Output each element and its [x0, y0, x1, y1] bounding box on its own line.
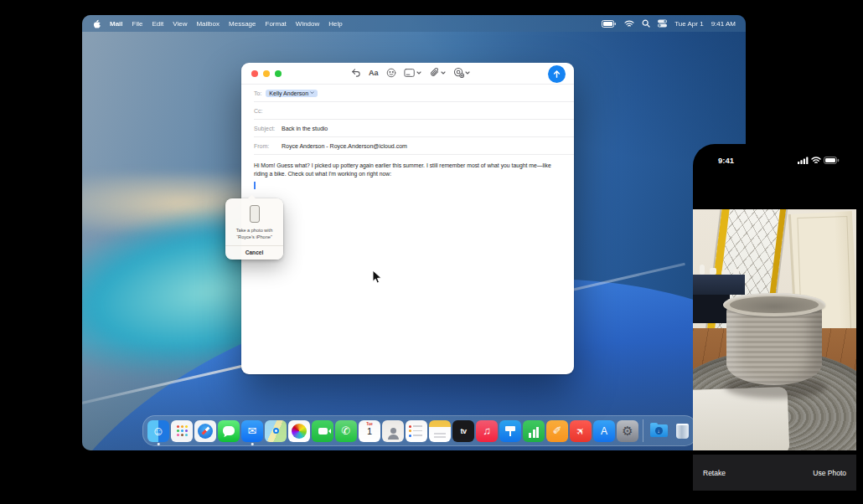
menu-bar: Mail File Edit View Mailbox Message Form… [82, 15, 746, 32]
wifi-icon [811, 152, 821, 167]
ceramic-piece [700, 265, 705, 275]
mouse-pointer [372, 270, 383, 288]
tv-logo: tv [460, 427, 466, 435]
pen-icon: ✐ [553, 425, 562, 436]
apple-menu-icon[interactable] [92, 19, 101, 28]
music-note-icon: ♫ [483, 425, 491, 436]
dock-apple-tv[interactable]: tv [452, 420, 474, 442]
dock-photos[interactable] [288, 420, 310, 442]
menu-format[interactable]: Format [266, 20, 287, 28]
dock-finder[interactable]: ☺ [147, 420, 169, 442]
mantel-shelf [693, 275, 745, 295]
dock-music[interactable]: ♫ [476, 420, 498, 442]
cellular-signal-icon [798, 152, 809, 167]
dock-trash[interactable] [671, 420, 693, 442]
battery-icon[interactable] [602, 20, 617, 28]
dock-reminders[interactable] [406, 420, 427, 442]
text-caret [254, 182, 256, 189]
menu-window[interactable]: Window [296, 20, 319, 28]
undo-button[interactable] [350, 67, 361, 78]
fireplace-opening [693, 295, 730, 323]
message-body[interactable]: Hi Mom! Guess what? I picked up pottery … [254, 162, 561, 178]
to-label: To: [254, 90, 261, 96]
launchpad-grid-icon [177, 425, 179, 428]
arrow-up-icon [552, 69, 561, 79]
dock-divider [643, 419, 643, 442]
wifi-icon[interactable] [624, 20, 634, 28]
dock-rocket-app[interactable]: ✈ [570, 420, 592, 442]
ceramic-piece [733, 269, 739, 275]
recipient-token[interactable]: Kelly Anderson [266, 90, 318, 97]
menu-date[interactable]: Tue Apr 1 [674, 20, 703, 28]
folder-icon: ↓ [650, 424, 668, 437]
dock-downloads-folder[interactable]: ↓ [648, 420, 669, 442]
dock-numbers[interactable] [523, 420, 545, 442]
dock-facetime[interactable] [312, 420, 333, 442]
dock-mail[interactable]: ✉ [241, 420, 263, 442]
send-button[interactable] [548, 65, 566, 83]
format-button[interactable]: Aa [369, 69, 379, 77]
subject-value: Back in the studio [282, 126, 328, 131]
iphone-status-bar: 9:41 [693, 152, 856, 167]
chevron-down-icon [416, 70, 421, 75]
camera-preview-pottery-studio [693, 209, 856, 450]
cc-field[interactable]: Cc: [254, 102, 574, 120]
dock-messages[interactable] [218, 420, 240, 442]
dock-system-settings[interactable]: ⚙ [617, 420, 638, 442]
mail-compose-window: Aa [241, 63, 574, 374]
menu-time[interactable]: 9:41 AM [711, 20, 736, 28]
speech-bubble-icon [223, 426, 235, 435]
spotlight-search-icon[interactable] [642, 19, 650, 28]
from-field[interactable]: From: Royce Anderson - Royce.Anderson@ic… [254, 137, 574, 155]
zoom-window-button[interactable] [275, 70, 282, 77]
dock-safari[interactable] [194, 420, 216, 442]
subject-field[interactable]: Subject: Back in the studio [254, 120, 574, 137]
reminder-row-icon [409, 429, 422, 432]
to-field[interactable]: To: Kelly Anderson [254, 85, 574, 102]
close-window-button[interactable] [251, 70, 258, 77]
dock-launchpad[interactable] [171, 420, 193, 442]
dock-calendar[interactable]: Tue 1 [359, 420, 380, 442]
video-camera-icon [318, 428, 328, 435]
emoji-button[interactable] [386, 68, 396, 78]
menu-edit[interactable]: Edit [152, 20, 163, 28]
calendar-day: 1 [367, 426, 372, 436]
menu-view[interactable]: View [173, 20, 187, 28]
chevron-down-icon [465, 70, 470, 75]
podium-icon [509, 431, 511, 436]
dock-maps[interactable] [265, 420, 287, 442]
menu-app-name[interactable]: Mail [110, 20, 123, 28]
person-icon [388, 435, 399, 440]
attach-file-button[interactable] [429, 67, 446, 78]
iphone-clock: 9:41 [718, 156, 734, 165]
dock-contacts[interactable] [382, 420, 404, 442]
person-icon [390, 428, 396, 434]
header-fields-button[interactable] [404, 68, 421, 78]
menu-mailbox[interactable]: Mailbox [196, 20, 220, 28]
use-photo-button[interactable]: Use Photo [813, 469, 846, 477]
ceramic-piece [710, 268, 716, 275]
insert-from-iphone-button[interactable] [453, 67, 470, 78]
mac-desktop: Mail File Edit View Mailbox Message Form… [82, 15, 746, 450]
menu-file[interactable]: File [132, 20, 143, 28]
control-center-icon[interactable] [658, 19, 667, 28]
minimize-window-button[interactable] [263, 70, 270, 77]
subject-label: Subject: [254, 126, 277, 131]
rocket-icon: ✈ [574, 424, 587, 438]
cancel-button[interactable]: Cancel [225, 246, 283, 260]
dock-keynote[interactable] [499, 420, 521, 442]
iphone-screen: 9:41 [693, 144, 856, 504]
dock-phone[interactable]: ✆ [335, 420, 357, 442]
menu-help[interactable]: Help [328, 20, 342, 28]
bar-chart-icon [536, 427, 539, 438]
finder-face-icon: ☺ [152, 424, 164, 437]
battery-icon [824, 152, 840, 167]
color-wheel-icon [292, 424, 307, 439]
dock-notes[interactable] [429, 420, 451, 442]
dock-pages[interactable]: ✐ [546, 420, 568, 442]
menu-message[interactable]: Message [229, 20, 256, 28]
cc-label: Cc: [254, 108, 263, 114]
retake-button[interactable]: Retake [703, 469, 726, 477]
dock-app-store[interactable]: A [593, 420, 615, 442]
reminder-row-icon [409, 435, 422, 437]
